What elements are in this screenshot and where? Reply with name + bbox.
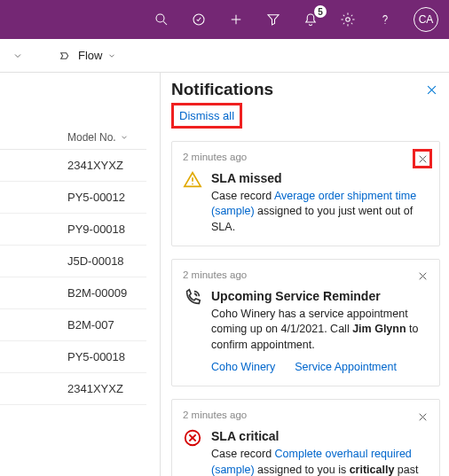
notification-card-service-reminder: 2 minutes ago Upcoming Service Reminder … (171, 259, 440, 386)
svg-point-0 (156, 14, 164, 22)
svg-point-6 (384, 23, 385, 24)
chevron-down-icon (107, 51, 116, 60)
card-timestamp: 2 minutes ago (183, 151, 429, 165)
close-icon (417, 411, 429, 423)
help-icon[interactable] (376, 11, 394, 28)
card-title: SLA missed (211, 170, 429, 187)
search-icon[interactable] (153, 11, 170, 28)
panel-close-button[interactable] (422, 81, 440, 98)
card-close-button[interactable] (413, 149, 432, 168)
flow-label: Flow (78, 49, 102, 62)
bell-icon[interactable]: 5 (302, 11, 319, 28)
account-link[interactable]: Coho Winery (211, 360, 275, 375)
task-icon[interactable] (190, 11, 208, 28)
column-header-label: Model No. (67, 131, 116, 144)
table-row[interactable]: J5D-00018 (0, 246, 146, 277)
card-close-button[interactable] (413, 267, 432, 286)
close-icon (417, 153, 429, 165)
notifications-panel: Notifications Dismiss all 2 minutes ago … (160, 73, 449, 476)
table-row[interactable]: PY5-00012 (0, 182, 146, 214)
table-row[interactable]: 2341XYXZ (0, 373, 146, 405)
app-topbar: 5 CA (0, 0, 449, 39)
column-header-model-no[interactable]: Model No. (0, 126, 146, 150)
notification-badge: 5 (314, 5, 327, 18)
phone-icon (183, 288, 202, 308)
card-title: SLA critical (211, 428, 429, 445)
svg-point-5 (346, 18, 351, 22)
error-icon (183, 428, 202, 448)
table-row[interactable]: PY9-00018 (0, 214, 146, 246)
notification-card-sla-critical: 2 minutes ago SLA critical Case record C… (171, 399, 440, 476)
card-text: Case record (211, 448, 275, 460)
table-row[interactable]: PY5-00018 (0, 341, 146, 373)
panel-title: Notifications (171, 80, 273, 99)
card-text: assigned to you is (255, 464, 350, 476)
dismiss-all-link[interactable]: Dismiss all (171, 103, 242, 129)
emphasis: critically (350, 464, 395, 476)
card-title: Upcoming Service Reminder (211, 288, 429, 305)
card-timestamp: 2 minutes ago (183, 409, 429, 423)
command-bar: Flow (0, 39, 449, 73)
table-row[interactable]: 2341XYXZ (0, 150, 146, 182)
card-timestamp: 2 minutes ago (183, 269, 429, 283)
topbar-icon-group: 5 CA (153, 7, 438, 32)
flow-dropdown[interactable]: Flow (59, 49, 116, 63)
settings-icon[interactable] (339, 11, 357, 28)
filter-icon[interactable] (264, 11, 282, 28)
contact-name: Jim Glynn (352, 323, 406, 335)
add-icon[interactable] (227, 11, 245, 28)
avatar-initials: CA (419, 13, 434, 26)
back-chevron-icon[interactable] (11, 49, 25, 63)
table-row[interactable]: B2M-007 (0, 309, 146, 341)
warning-icon (183, 170, 202, 190)
svg-point-12 (192, 183, 193, 185)
card-text: Case record (211, 190, 274, 202)
notification-card-sla-missed: 2 minutes ago SLA missed Case record Ave… (171, 141, 440, 246)
table-row[interactable]: B2M-00009 (0, 277, 146, 309)
appointment-link[interactable]: Service Appointment (295, 360, 397, 375)
data-table: Model No. 2341XYXZ PY5-00012 PY9-00018 J… (0, 73, 146, 476)
close-icon (417, 270, 429, 282)
chevron-down-icon (120, 133, 129, 142)
flow-icon (59, 49, 73, 63)
close-icon (425, 83, 438, 97)
svg-line-1 (163, 21, 167, 25)
card-close-button[interactable] (413, 407, 432, 426)
user-avatar[interactable]: CA (414, 7, 438, 32)
